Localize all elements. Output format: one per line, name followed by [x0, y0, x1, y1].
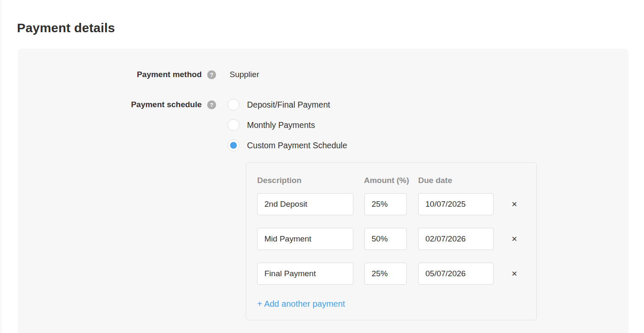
payment-method-label: Payment method — [18, 70, 202, 79]
question-mark-icon[interactable]: ? — [207, 70, 216, 79]
payment-details-panel: Payment method ? Supplier Payment schedu… — [18, 49, 628, 333]
schedule-column-headers: Description Amount (%) Due date — [257, 176, 536, 185]
due-date-input[interactable] — [418, 263, 494, 285]
due-date-input[interactable] — [418, 228, 494, 250]
page-title: Payment details — [17, 21, 115, 35]
radio-option-monthly[interactable]: Monthly Payments — [228, 119, 347, 131]
schedule-row: ✕ — [257, 228, 536, 250]
description-input[interactable] — [257, 193, 353, 215]
radio-option-deposit-final[interactable]: Deposit/Final Payment — [228, 99, 347, 111]
column-header-description: Description — [257, 176, 364, 185]
radio-button-icon[interactable] — [228, 99, 239, 111]
schedule-row: ✕ — [257, 263, 536, 285]
description-input[interactable] — [257, 263, 353, 285]
amount-input[interactable] — [364, 263, 407, 285]
description-input[interactable] — [257, 228, 353, 250]
radio-option-label: Custom Payment Schedule — [247, 141, 347, 150]
radio-option-label: Deposit/Final Payment — [247, 100, 330, 110]
amount-input[interactable] — [364, 193, 407, 215]
radio-button-icon[interactable] — [228, 119, 239, 131]
remove-row-icon[interactable]: ✕ — [509, 236, 519, 243]
radio-button-icon[interactable] — [228, 139, 239, 151]
schedule-row: ✕ — [257, 193, 536, 215]
content-left-divider — [1, 0, 1, 333]
payment-schedule-radio-group: Deposit/Final Payment Monthly Payments C… — [228, 99, 347, 160]
due-date-input[interactable] — [418, 193, 494, 215]
question-mark-icon[interactable]: ? — [207, 100, 216, 109]
payment-schedule-row: Payment schedule ? — [18, 99, 216, 111]
payment-schedule-label: Payment schedule — [18, 100, 202, 109]
remove-row-icon[interactable]: ✕ — [509, 270, 519, 278]
amount-input[interactable] — [364, 228, 407, 250]
custom-schedule-panel: Description Amount (%) Due date ✕ ✕ ✕ + … — [246, 162, 537, 320]
radio-option-label: Monthly Payments — [247, 120, 315, 130]
column-header-amount: Amount (%) — [364, 176, 418, 185]
payment-method-value: Supplier — [230, 70, 259, 79]
radio-option-custom[interactable]: Custom Payment Schedule — [228, 139, 347, 151]
remove-row-icon[interactable]: ✕ — [509, 201, 519, 208]
column-header-due-date: Due date — [418, 176, 452, 185]
add-another-payment-link[interactable]: + Add another payment — [257, 299, 345, 309]
payment-method-row: Payment method ? Supplier — [18, 69, 259, 80]
